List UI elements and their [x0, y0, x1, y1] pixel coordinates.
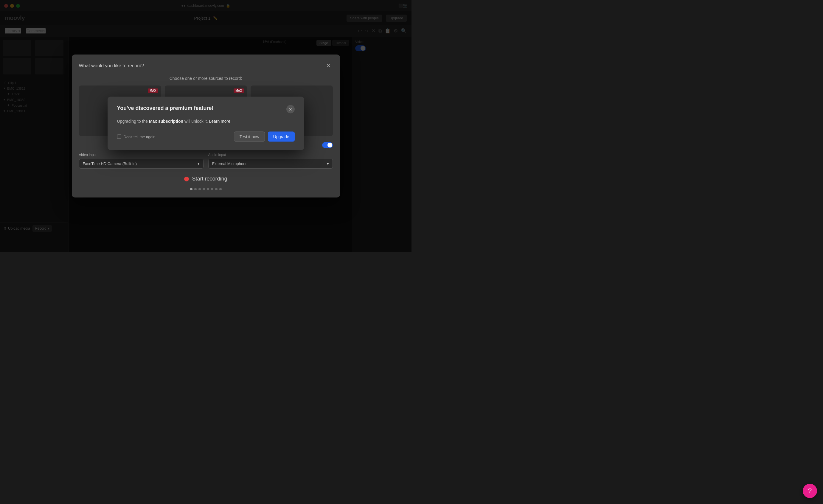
dont-tell-checkbox[interactable]: [117, 135, 121, 139]
audio-input-label: Audio input: [208, 153, 333, 157]
premium-popup-close-button[interactable]: ✕: [286, 105, 295, 114]
inputs-row: Video input FaceTime HD Camera (Built-in…: [79, 153, 333, 169]
premium-popup-actions: Test it now Upgrade: [234, 132, 295, 142]
dont-tell-checkbox-label[interactable]: Don't tell me again.: [117, 134, 157, 139]
sources-label: Choose one or more sources to record:: [79, 76, 333, 81]
source-toggle[interactable]: [322, 142, 333, 148]
dot-7: [215, 188, 217, 190]
max-badge-webcam: MAX: [148, 89, 158, 93]
chevron-down-icon-audio: ▾: [327, 161, 329, 166]
dot-3: [198, 188, 201, 190]
audio-input-select[interactable]: External Microphone ▾: [208, 159, 333, 169]
dot-8: [219, 188, 222, 190]
dot-1: [190, 188, 192, 190]
premium-popup-body: Upgrading to the Max subscription will u…: [117, 118, 295, 125]
video-input-label: Video input: [79, 153, 203, 157]
video-input-group: Video input FaceTime HD Camera (Built-in…: [79, 153, 203, 169]
modal-overlay: What would you like to record? ✕ Choose …: [0, 0, 412, 252]
dot-5: [207, 188, 209, 190]
premium-popup-header: You've discovered a premium feature! ✕: [117, 105, 295, 114]
dot-6: [211, 188, 213, 190]
max-badge-screen: MAX: [233, 89, 244, 93]
record-dialog-title: What would you like to record?: [79, 63, 144, 68]
record-dialog-close-button[interactable]: ✕: [325, 62, 333, 70]
premium-popup: You've discovered a premium feature! ✕ U…: [108, 97, 304, 150]
record-dialog-header: What would you like to record? ✕: [79, 62, 333, 70]
pagination-dots: [79, 188, 333, 190]
learn-more-link[interactable]: Learn more: [209, 119, 230, 124]
upgrade-button[interactable]: Upgrade: [268, 132, 295, 142]
chevron-down-icon: ▾: [197, 161, 200, 166]
test-now-button[interactable]: Test it now: [234, 132, 265, 142]
audio-input-group: Audio input External Microphone ▾: [208, 153, 333, 169]
video-input-select[interactable]: FaceTime HD Camera (Built-in) ▾: [79, 159, 203, 169]
premium-popup-title: You've discovered a premium feature!: [117, 105, 214, 112]
dot-4: [203, 188, 205, 190]
premium-popup-footer: Don't tell me again. Test it now Upgrade: [117, 132, 295, 142]
dot-2: [194, 188, 197, 190]
record-dot-icon: [184, 177, 189, 181]
start-recording-button[interactable]: Start recording: [184, 176, 227, 182]
